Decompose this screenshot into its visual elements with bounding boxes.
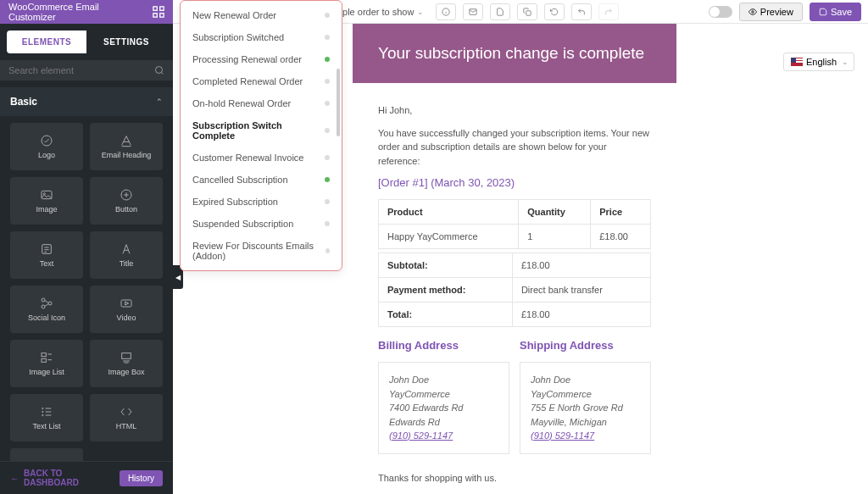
svg-rect-33 (42, 358, 46, 362)
search-input[interactable] (0, 60, 173, 80)
save-icon (819, 8, 827, 16)
element-button[interactable]: Button (90, 177, 163, 225)
element-social-icon[interactable]: Social Icon (10, 286, 83, 333)
dropdown-item[interactable]: Subscription Switched (181, 26, 342, 48)
total-value: £18.00 (512, 303, 650, 327)
dropdown-item[interactable]: Processing Renewal order (181, 48, 342, 70)
element-label: HTML (116, 422, 137, 430)
element-image-list[interactable]: Image List (10, 340, 83, 387)
dropdown-label: Cancelled Subscription (192, 175, 288, 185)
svg-point-41 (42, 414, 43, 415)
preview-button[interactable]: Preview (739, 3, 803, 21)
file-icon[interactable] (490, 3, 510, 20)
svg-line-29 (45, 304, 48, 307)
dropdown-item[interactable]: On-hold Renewal Order (181, 92, 342, 114)
svg-point-10 (156, 67, 163, 74)
element-label: Image Box (108, 368, 144, 376)
history-button[interactable]: History (120, 470, 163, 486)
undo-icon[interactable] (571, 3, 592, 20)
element-label: Button (115, 205, 137, 214)
element-label: Text List (32, 422, 60, 430)
order-link[interactable]: [Order #1] (March 30, 2023) (378, 176, 651, 189)
dropdown-item[interactable]: Cancelled Subscription (181, 169, 342, 191)
template-dropdown: New Renewal OrderSubscription SwitchedPr… (180, 0, 342, 271)
email-greeting: Hi John, (378, 103, 651, 118)
billing-phone[interactable]: (910) 529-1147 (389, 430, 453, 441)
dropdown-item[interactable]: Customer Renewal Invoice (181, 147, 342, 169)
dropdown-label: Expired Subscription (192, 197, 278, 207)
status-dot-icon (325, 128, 330, 133)
chevron-down-icon: ⌄ (417, 8, 424, 16)
dropdown-item[interactable]: Expired Subscription (181, 191, 342, 213)
element-icon (40, 134, 53, 147)
email-thanks: Thanks for shopping with us. (378, 471, 651, 486)
top-toolbar: WooCommerce Email Customizer Subscriptio… (0, 0, 868, 24)
dropdown-item[interactable]: Review For Discounts Emails (Addon) (181, 235, 342, 267)
sidebar-tabs: ELEMENTS SETTINGS (0, 24, 173, 60)
shipping-title: Shipping Address (520, 339, 651, 352)
element-text[interactable]: Text (10, 231, 83, 279)
payment-label: Payment method: (379, 278, 513, 303)
flag-us-icon (791, 58, 803, 66)
language-select[interactable]: English ⌄ (783, 53, 854, 71)
element-label: Text (40, 259, 54, 268)
dropdown-item[interactable]: Suspended Subscription (181, 213, 342, 235)
svg-rect-8 (526, 10, 531, 14)
element-text-list[interactable]: Text List (10, 394, 83, 441)
grid-icon[interactable] (153, 6, 164, 18)
payment-value: Direct bank transfer (512, 278, 650, 303)
dark-mode-toggle[interactable] (709, 6, 732, 18)
element-icon (120, 405, 133, 419)
redo-icon[interactable] (598, 3, 619, 20)
element-label: Video (117, 314, 136, 322)
subtotal-value: £18.00 (512, 253, 650, 278)
svg-rect-32 (42, 353, 46, 357)
section-basic[interactable]: Basic ⌃ (0, 87, 173, 116)
email-intro: You have successfully changed your subsc… (378, 126, 651, 169)
element-title[interactable]: Title (90, 231, 163, 279)
info-icon[interactable] (436, 3, 456, 20)
element-icon (120, 297, 133, 310)
email-heading: Your subscription change is complete (378, 44, 651, 63)
element-image[interactable]: Image (10, 177, 83, 225)
element-video[interactable]: Video (90, 286, 163, 333)
svg-rect-2 (153, 13, 157, 16)
shipping-line1: 755 E North Grove Rd (531, 401, 640, 415)
billing-company: YayCommerce (389, 387, 498, 402)
element-image-box[interactable]: Image Box (90, 340, 163, 387)
dropdown-label: Subscription Switched (192, 32, 284, 42)
cell-price: £18.00 (591, 225, 651, 249)
refresh-icon[interactable] (544, 3, 565, 20)
element-icon (40, 405, 53, 419)
copy-icon[interactable] (517, 3, 537, 20)
shipping-address: John Doe YayCommerce 755 E North Grove R… (520, 362, 651, 454)
billing-name: John Doe (389, 373, 498, 387)
svg-rect-3 (160, 13, 164, 16)
dropdown-item[interactable]: New Renewal Order (181, 4, 342, 26)
save-button[interactable]: Save (810, 3, 861, 21)
element-logo[interactable]: Logo (10, 123, 83, 170)
dropdown-label: New Renewal Order (192, 10, 276, 20)
dropdown-item[interactable]: Completed Renewal Order (181, 70, 342, 92)
element-html[interactable]: HTML (90, 394, 163, 441)
dropdown-label: Customer Renewal Invoice (192, 153, 303, 163)
scrollbar[interactable] (337, 69, 340, 136)
table-row: Happy YayCommerce 1 £18.00 (379, 225, 651, 249)
svg-point-25 (42, 298, 45, 302)
dropdown-label: Suspended Subscription (192, 219, 293, 229)
dropdown-item[interactable]: Subscription Switch Complete (181, 114, 342, 147)
dropdown-label: Subscription Switch Complete (192, 120, 325, 141)
element-footer[interactable]: Footer (10, 448, 83, 461)
toolbar-right: Preview Save (709, 3, 861, 21)
svg-rect-30 (121, 300, 131, 307)
tab-settings[interactable]: SETTINGS (86, 31, 166, 53)
back-to-dashboard[interactable]: ← BACK TO DASHBOARD (10, 469, 120, 487)
mail-icon[interactable] (463, 3, 483, 20)
shipping-phone[interactable]: (910) 529-1147 (531, 430, 594, 441)
order-table: Product Quantity Price Happy YayCommerce… (378, 199, 651, 249)
element-email-heading[interactable]: Email Heading (90, 123, 163, 170)
tab-elements[interactable]: ELEMENTS (7, 31, 86, 53)
email-preview: Your subscription change is complete Hi … (353, 24, 676, 494)
element-label: Social Icon (28, 314, 65, 322)
svg-point-39 (42, 408, 43, 408)
